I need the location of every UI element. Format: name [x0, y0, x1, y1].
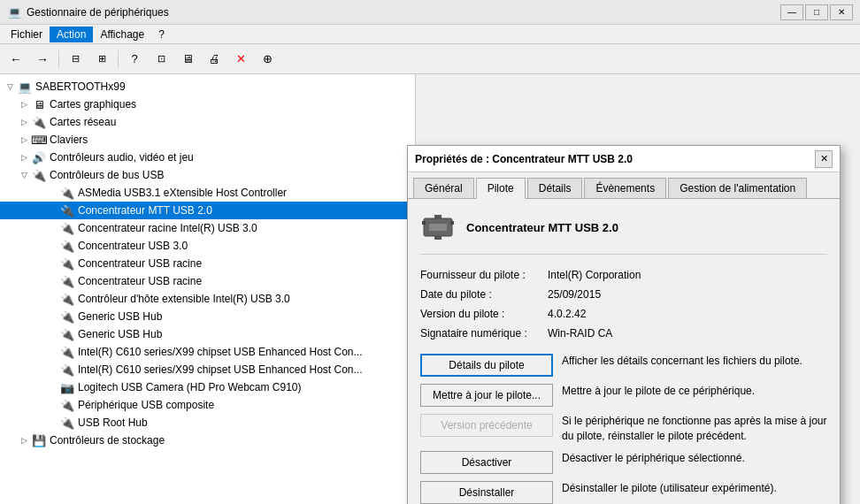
camera-icon: 📷: [60, 380, 74, 394]
list-item[interactable]: 🔌 Intel(R) C610 series/X99 chipset USB E…: [0, 343, 415, 361]
dialog-close-button[interactable]: ✕: [815, 150, 833, 168]
tree-item-label: Contrôleurs audio, vidéo et jeu: [50, 151, 194, 164]
expand-icon: [46, 363, 58, 376]
tree-item-label: Cartes graphiques: [50, 98, 136, 111]
list-item[interactable]: 🔌 Périphérique USB composite: [0, 396, 415, 414]
scan-button[interactable]: 🖨: [202, 48, 227, 71]
tree-root-label: SABERTOOTHx99: [35, 80, 126, 93]
tree-item-label: Intel(R) C610 series/X99 chipset USB Enh…: [78, 346, 363, 358]
field-value-1: 25/09/2015: [548, 288, 827, 301]
svg-rect-2: [434, 215, 442, 218]
list-item[interactable]: ▷ 🔊 Contrôleurs audio, vidéo et jeu: [0, 149, 415, 166]
add-button[interactable]: ⊕: [255, 48, 280, 71]
view-button[interactable]: ⊡: [149, 48, 173, 71]
minimize-button[interactable]: —: [780, 4, 803, 20]
expand-icon: [46, 257, 58, 270]
usb-hub-icon: 🔌: [60, 309, 74, 324]
tree-item-label: ASMedia USB3.1 eXtensible Host Controlle…: [78, 187, 287, 199]
list-item[interactable]: 📷 Logitech USB Camera (HD Pro Webcam C91…: [0, 378, 415, 396]
field-value-0: Intel(R) Corporation: [548, 269, 827, 281]
list-item[interactable]: 🔌 Intel(R) C610 series/X99 chipset USB E…: [0, 361, 415, 378]
svg-rect-3: [434, 236, 442, 240]
list-item[interactable]: ▷ 💾 Contrôleurs de stockage: [0, 431, 415, 449]
list-item[interactable]: ▷ 🔌 Cartes réseau: [0, 113, 415, 131]
tree-item-label: Contrôleurs de stockage: [50, 434, 165, 447]
tree-item-label: Contrôleur d'hôte extensible Intel(R) US…: [78, 293, 290, 305]
forward-button[interactable]: →: [30, 48, 55, 71]
list-item[interactable]: 🔌 Concentrateur racine Intel(R) USB 3.0: [0, 219, 415, 237]
usb-icon: 🔌: [60, 292, 74, 306]
list-item[interactable]: 🔌 Generic USB Hub: [0, 308, 415, 325]
list-item[interactable]: ▷ ⌨ Claviers: [0, 131, 415, 149]
expand-icon: [46, 399, 58, 411]
window-controls: — □ ✕: [780, 4, 853, 20]
window-title: Gestionnaire de périphériques: [27, 6, 780, 19]
tab-general[interactable]: Général: [413, 178, 474, 198]
list-item[interactable]: 🔌 Generic USB Hub: [0, 325, 415, 343]
driver-info-grid: Fournisseur du pilote : Intel(R) Corpora…: [420, 269, 827, 340]
list-item[interactable]: 🔌 Concentrateur MTT USB 2.0: [0, 202, 415, 219]
uninstall-button[interactable]: Désinstaller: [420, 481, 553, 504]
menu-affichage[interactable]: Affichage: [93, 27, 151, 42]
list-item[interactable]: ▷ 🖥 Cartes graphiques: [0, 95, 415, 113]
details-pilote-desc: Afficher les détails concernant les fich…: [562, 354, 827, 369]
field-label-3: Signataire numérique :: [420, 327, 544, 340]
graphics-icon: 🖥: [32, 97, 46, 111]
menu-help[interactable]: ?: [151, 27, 172, 42]
properties-dialog: Propriétés de : Concentrateur MTT USB 2.…: [407, 145, 841, 504]
list-item[interactable]: 🔌 Contrôleur d'hôte extensible Intel(R) …: [0, 290, 415, 308]
help-button[interactable]: ?: [122, 48, 147, 71]
main-window: 💻 Gestionnaire de périphériques — □ ✕ Fi…: [0, 0, 860, 504]
list-item[interactable]: 🔌 Concentrateur USB racine: [0, 272, 415, 290]
list-item[interactable]: 🔌 Concentrateur USB 3.0: [0, 237, 415, 255]
tab-gestion[interactable]: Gestion de l'alimentation: [668, 178, 807, 198]
disable-button[interactable]: Désactiver: [420, 451, 553, 474]
action-row-1: Mettre à jour le pilote... Mettre à jour…: [420, 384, 827, 407]
expand-icon: [46, 222, 58, 234]
device-tree[interactable]: ▽ 💻 SABERTOOTHx99 ▷ 🖥 Cartes graphiques …: [0, 74, 416, 504]
expand-icon: [46, 204, 58, 217]
root-expand-icon: ▽: [4, 80, 16, 93]
tree-item-label: Périphérique USB composite: [78, 399, 214, 411]
list-item[interactable]: 🔌 ASMedia USB3.1 eXtensible Host Control…: [0, 184, 415, 202]
details-pilote-button[interactable]: Détails du pilote: [420, 354, 553, 377]
usb-icon: 🔌: [60, 363, 74, 377]
usb-root-icon: 🔌: [60, 416, 74, 430]
usb-icon: 🔌: [60, 239, 74, 253]
expand-button[interactable]: ⊞: [89, 48, 114, 71]
expand-icon: ▷: [18, 98, 30, 111]
menu-action[interactable]: Action: [50, 27, 93, 42]
storage-icon: 💾: [32, 433, 46, 447]
svg-rect-5: [450, 221, 454, 225]
tab-details[interactable]: Détails: [527, 178, 583, 198]
dialog-title: Propriétés de : Concentrateur MTT USB 2.…: [415, 153, 815, 165]
expand-icon: ▽: [18, 169, 30, 181]
tab-pilote[interactable]: Pilote: [476, 178, 526, 199]
tab-evenements[interactable]: Évènements: [584, 178, 666, 198]
expand-icon: [46, 346, 58, 358]
menu-bar: Fichier Action Affichage ?: [0, 25, 860, 44]
update-pilote-button[interactable]: Mettre à jour le pilote...: [420, 384, 553, 407]
dialog-body: Concentrateur MTT USB 2.0 Fournisseur du…: [408, 199, 840, 504]
tree-item-label: Logitech USB Camera (HD Pro Webcam C910): [78, 381, 302, 393]
network-icon: 🔌: [32, 115, 46, 129]
remove-button[interactable]: ✕: [228, 48, 253, 71]
maximize-button[interactable]: □: [805, 4, 828, 20]
menu-fichier[interactable]: Fichier: [4, 27, 50, 42]
previous-version-button[interactable]: Version précédente: [420, 414, 553, 437]
action-section: Détails du pilote Afficher les détails c…: [420, 354, 827, 504]
computer-button[interactable]: 🖥: [175, 48, 200, 71]
usb-icon: 🔌: [60, 203, 74, 218]
tree-item-label: Concentrateur racine Intel(R) USB 3.0: [78, 222, 257, 234]
list-item[interactable]: 🔌 USB Root Hub: [0, 414, 415, 431]
back-button[interactable]: ←: [4, 48, 28, 71]
tree-item-label: Concentrateur USB 3.0: [78, 240, 188, 252]
previous-version-desc: Si le périphérique ne fonctionne pas apr…: [562, 414, 827, 444]
tree-item-label: Claviers: [50, 134, 88, 146]
list-item[interactable]: 🔌 Concentrateur USB racine: [0, 255, 415, 272]
tree-item-label: Concentrateur MTT USB 2.0: [78, 204, 212, 217]
tree-root[interactable]: ▽ 💻 SABERTOOTHx99: [0, 78, 415, 95]
list-item[interactable]: ▽ 🔌 Contrôleurs de bus USB: [0, 166, 415, 184]
collapse-button[interactable]: ⊟: [63, 48, 88, 71]
close-button[interactable]: ✕: [830, 4, 853, 20]
